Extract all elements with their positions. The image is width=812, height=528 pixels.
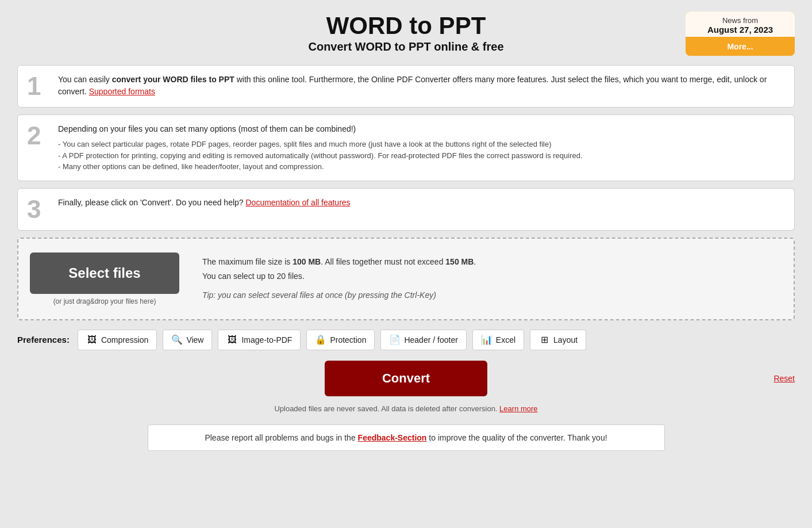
step-1-text: You can easily convert your WORD files t… [58, 75, 767, 96]
select-files-button[interactable]: Select files [30, 252, 179, 294]
feedback-box: Please report all problems and bugs in t… [148, 424, 665, 451]
file-size-info: The maximum file size is 100 MB. All fil… [202, 255, 476, 269]
step-3-text: Finally, please click on 'Convert'. Do y… [58, 198, 245, 207]
pref-excel-label: Excel [496, 335, 515, 345]
step-1-content: You can easily convert your WORD files t… [58, 74, 785, 98]
pref-protection-label: Protection [330, 335, 366, 345]
drag-drop-text: (or just drag&drop your files here) [53, 297, 156, 305]
main-title: WORD to PPT [308, 12, 503, 40]
convert-row: Convert Reset [17, 361, 795, 396]
pref-view-label: View [186, 335, 203, 345]
step-3-content: Finally, please click on 'Convert'. Do y… [58, 197, 785, 209]
main-title-text: WORD to PPT [326, 12, 486, 39]
drop-zone[interactable]: Select files (or just drag&drop your fil… [17, 238, 795, 320]
news-date: August 27, 2023 [691, 25, 789, 35]
step-2-bullet-1: You can select particular pages, rotate … [58, 139, 785, 150]
view-icon: 🔍 [171, 334, 183, 346]
file-info: The maximum file size is 100 MB. All fil… [202, 255, 476, 303]
step-2-bullets: You can select particular pages, rotate … [58, 139, 785, 173]
excel-icon: 📊 [481, 334, 492, 346]
news-label: News from [722, 16, 758, 25]
preferences-label: Preferences: [17, 335, 70, 345]
pref-btn-view[interactable]: 🔍 View [163, 330, 212, 350]
pref-btn-protection[interactable]: 🔒 Protection [306, 330, 375, 350]
max-size-after: . All files together must not exceed [321, 257, 445, 266]
step-2-bullet-3: Many other options can be defined, like … [58, 161, 785, 173]
upload-notice: Uploaded files are never saved. All data… [17, 404, 795, 413]
pref-btn-excel[interactable]: 📊 Excel [472, 330, 524, 350]
header-footer-icon: 📄 [389, 334, 401, 346]
supported-formats-link[interactable]: Supported formats [89, 87, 155, 96]
upload-notice-text: Uploaded files are never saved. All data… [274, 404, 497, 413]
step-3-number: 3 [27, 197, 50, 222]
step-2-content: Depending on your files you can set many… [58, 123, 785, 173]
max-size-end: . [474, 257, 476, 266]
max-size-bold: 100 MB [293, 257, 321, 266]
pref-btn-image-to-pdf[interactable]: 🖼 Image-to-PDF [218, 330, 301, 350]
preferences-row: Preferences: 🖼 Compression 🔍 View 🖼 Imag… [17, 330, 795, 350]
pref-compression-label: Compression [101, 335, 148, 345]
documentation-link[interactable]: Documentation of all features [245, 198, 350, 207]
step-2-number: 2 [27, 123, 50, 148]
image-to-pdf-icon: 🖼 [226, 334, 238, 346]
step-2-bullet-2: A PDF protection for printing, copying a… [58, 150, 785, 162]
feedback-link[interactable]: Feedback-Section [358, 433, 427, 442]
pref-btn-layout[interactable]: ⊞ Layout [530, 330, 586, 350]
layout-icon: ⊞ [538, 334, 550, 346]
step-3-box: 3 Finally, please click on 'Convert'. Do… [17, 188, 795, 231]
pref-header-footer-label: Header / footer [404, 335, 457, 345]
select-files-label: Select files [68, 265, 140, 281]
step-2-box: 2 Depending on your files you can set ma… [17, 114, 795, 181]
reset-link[interactable]: Reset [773, 374, 795, 383]
header-area: WORD to PPT Convert WORD to PPT online &… [17, 12, 795, 53]
step-1-box: 1 You can easily convert your WORD files… [17, 65, 795, 108]
news-more-button[interactable]: More... [686, 37, 795, 56]
feedback-text-before: Please report all problems and bugs in t… [205, 433, 357, 442]
select-files-area[interactable]: Select files (or just drag&drop your fil… [30, 252, 179, 305]
pref-btn-compression[interactable]: 🖼 Compression [78, 330, 157, 350]
feedback-text-after: to improve the quality of the converter.… [429, 433, 607, 442]
title-block: WORD to PPT Convert WORD to PPT online &… [308, 12, 503, 53]
learn-more-link[interactable]: Learn more [499, 404, 537, 413]
pref-layout-label: Layout [553, 335, 578, 345]
news-box-top: News from August 27, 2023 [686, 12, 795, 37]
news-box: News from August 27, 2023 More... [686, 12, 795, 56]
protection-icon: 🔒 [315, 334, 326, 346]
step-1-number: 1 [27, 74, 50, 99]
file-count-text: You can select up to 20 files. [202, 269, 476, 284]
subtitle: Convert WORD to PPT online & free [308, 40, 503, 53]
convert-button[interactable]: Convert [325, 361, 487, 396]
step-2-text: Depending on your files you can set many… [58, 124, 356, 133]
pref-btn-header-footer[interactable]: 📄 Header / footer [380, 330, 466, 350]
tip-text: Tip: you can select several files at onc… [202, 288, 476, 303]
max-size-bold2: 150 MB [445, 257, 474, 266]
max-size-text: The maximum file size is [202, 257, 293, 266]
pref-image-to-pdf-label: Image-to-PDF [241, 335, 292, 345]
compression-icon: 🖼 [86, 334, 98, 346]
